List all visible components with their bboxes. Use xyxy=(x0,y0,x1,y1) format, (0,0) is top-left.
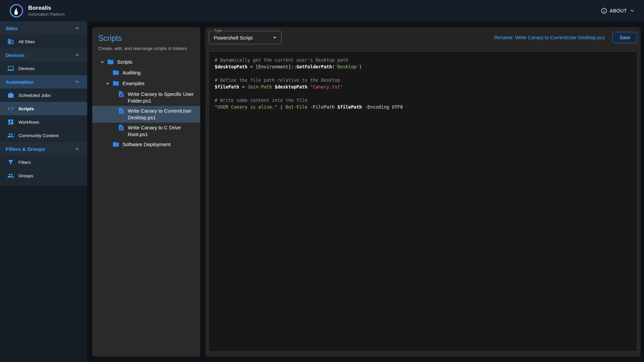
brand[interactable]: Borealis Automation Platform xyxy=(9,3,65,18)
code-token: Join-Path xyxy=(248,84,272,89)
tree-item-scripts[interactable]: Scripts xyxy=(92,57,200,68)
tree-item-label: Write Canary to CurrentUser Desktop.ps1 xyxy=(128,108,200,121)
info-icon xyxy=(601,7,607,14)
tree-item-label: Auditing xyxy=(122,69,200,76)
code-token: # Define the file path relative to the D… xyxy=(215,77,340,83)
about-label: ABOUT xyxy=(610,8,627,13)
sidebar-item-workflows[interactable]: Workflows xyxy=(0,115,87,129)
code-token: $desktopPath xyxy=(215,64,248,69)
sidebar-section-sites[interactable]: Sites xyxy=(0,21,87,35)
code-editor[interactable]: # Dynamically get the current user's Des… xyxy=(209,51,637,352)
chevron-up-icon xyxy=(74,52,80,58)
tree-item-examples[interactable]: Examples xyxy=(92,78,200,89)
code-token: GetFolderPath xyxy=(297,64,332,69)
code-token: $filePath xyxy=(337,104,362,110)
sidebar-item-label: Community Content xyxy=(18,133,58,138)
sidebar-item-filters[interactable]: Filters xyxy=(0,156,87,169)
sidebar-item-scripts[interactable]: Scripts xyxy=(0,102,87,115)
tree-item-write-canary-to-specific-user-folder-ps1[interactable]: Write Canary to Specific User Folder.ps1 xyxy=(92,89,200,106)
sidebar-section-label: Sites xyxy=(6,25,18,31)
editor-panel: Type Powershell Script Rename: Write Can… xyxy=(205,27,641,357)
sidebar-item-all-sites[interactable]: All Sites xyxy=(0,35,87,48)
code-line: # Define the file path relative to the D… xyxy=(215,77,631,83)
sidebar-section-label: Devices xyxy=(6,52,25,58)
scripts-tree: ScriptsAuditingExamplesWrite Canary to S… xyxy=(92,57,200,351)
code-token: ( xyxy=(332,64,335,69)
sidebar-item-scheduled-jobs[interactable]: Scheduled Jobs xyxy=(0,88,87,102)
code-line xyxy=(215,70,631,77)
code-token: "USER Canary is alive." xyxy=(215,104,277,110)
scripts-icon xyxy=(7,105,14,112)
community-content-icon xyxy=(7,132,14,139)
sidebar: SitesAll SitesDevicesDevicesAutomationSc… xyxy=(0,21,87,362)
folder-icon xyxy=(112,141,119,148)
borealis-logo-icon xyxy=(9,3,24,18)
folder-icon xyxy=(107,58,114,65)
code-token: -Encoding UTF8 xyxy=(362,104,403,110)
type-select[interactable]: Type Powershell Script xyxy=(209,31,281,44)
topbar: Borealis Automation Platform ABOUT xyxy=(0,0,644,21)
chevron-up-icon xyxy=(74,145,80,152)
dropdown-caret-icon xyxy=(271,34,278,41)
tree-item-software-deployment[interactable]: Software Deployment xyxy=(92,139,200,150)
type-select-label: Type xyxy=(212,28,224,33)
code-token: 'Desktop' xyxy=(335,64,359,69)
chevron-down-icon xyxy=(629,8,635,14)
sidebar-item-label: Filters xyxy=(18,160,31,165)
tree-item-label: Software Deployment xyxy=(122,141,200,148)
sidebar-item-label: Scripts xyxy=(18,106,34,111)
code-token: "Canary.txt" xyxy=(310,84,343,89)
tree-item-write-canary-to-c-drive-root-ps1[interactable]: Write Canary to C Drive Root.ps1 xyxy=(92,123,200,139)
sidebar-section-automation[interactable]: Automation xyxy=(0,75,87,88)
rename-link[interactable]: Rename: Write Canary to CurrentUser Desk… xyxy=(494,35,605,40)
code-line: $filePath = Join-Path $desktopPath "Cana… xyxy=(215,83,631,90)
code-line: # Dynamically get the current user's Des… xyxy=(215,57,631,63)
chevron-down-icon xyxy=(104,80,111,87)
folder-icon xyxy=(112,80,119,87)
tree-item-label: Write Canary to Specific User Folder.ps1 xyxy=(128,91,200,104)
code-token: # Write some content into the file xyxy=(215,98,307,103)
code-token: $filePath xyxy=(215,84,239,89)
workflows-icon xyxy=(7,119,14,125)
filters-icon xyxy=(7,159,14,166)
chevron-down-icon xyxy=(99,59,106,65)
code-token: = xyxy=(239,84,247,89)
groups-icon xyxy=(7,172,14,179)
sidebar-item-label: Scheduled Jobs xyxy=(18,93,51,98)
tree-item-label: Examples xyxy=(122,80,200,87)
code-line: "USER Canary is alive." | Out-File -File… xyxy=(215,104,631,110)
sidebar-section-filters-groups[interactable]: Filters & Groups xyxy=(0,142,87,156)
sidebar-section-devices[interactable]: Devices xyxy=(0,48,87,62)
tree-item-label: Write Canary to C Drive Root.ps1 xyxy=(128,124,200,138)
file-icon xyxy=(118,124,125,131)
code-token xyxy=(307,84,310,89)
editor-header: Type Powershell Script Rename: Write Can… xyxy=(209,31,637,44)
chevron-up-icon xyxy=(74,25,80,32)
scripts-panel-title: Scripts xyxy=(92,34,200,43)
file-icon xyxy=(118,90,125,98)
scripts-panel-subtitle: Create, edit, and rearrange scripts in f… xyxy=(92,43,200,57)
content-area: Scripts Create, edit, and rearrange scri… xyxy=(87,21,644,362)
file-icon xyxy=(118,107,125,114)
code-token: Out-File xyxy=(285,104,307,110)
sidebar-nav: SitesAll SitesDevicesDevicesAutomationSc… xyxy=(0,21,87,186)
about-button[interactable]: ABOUT xyxy=(601,7,635,14)
tree-item-label: Scripts xyxy=(117,59,200,65)
code-token: $desktopPath xyxy=(275,84,308,89)
type-select-value: Powershell Script xyxy=(214,35,253,41)
sidebar-section-label: Filters & Groups xyxy=(6,146,45,152)
tree-item-write-canary-to-currentuser-desktop-ps1[interactable]: Write Canary to CurrentUser Desktop.ps1 xyxy=(92,106,200,123)
brand-text: Borealis Automation Platform xyxy=(28,5,65,17)
tree-item-auditing[interactable]: Auditing xyxy=(92,68,200,78)
sidebar-item-label: Groups xyxy=(18,173,33,178)
code-token: | xyxy=(277,104,285,110)
sites-icon xyxy=(7,38,14,45)
save-button[interactable]: Save xyxy=(612,32,637,43)
code-token: = [Environment]:: xyxy=(248,64,297,69)
sidebar-item-community-content[interactable]: Community Content xyxy=(0,129,87,142)
devices-icon xyxy=(7,65,14,72)
code-token xyxy=(272,84,275,89)
sidebar-item-devices[interactable]: Devices xyxy=(0,62,87,75)
sidebar-item-groups[interactable]: Groups xyxy=(0,169,87,182)
brand-subtitle: Automation Platform xyxy=(28,12,65,17)
